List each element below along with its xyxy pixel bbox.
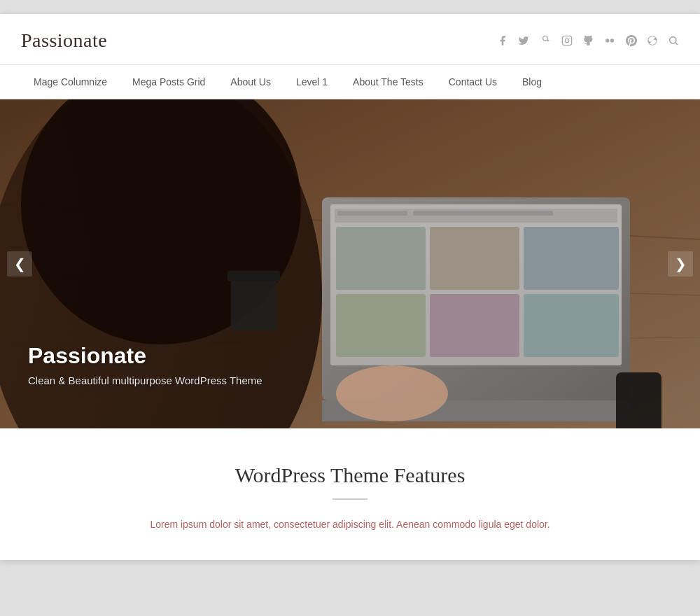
nav-item-blog[interactable]: Blog [510,65,554,99]
facebook-icon[interactable] [497,35,508,46]
page-wrapper: Passionate [0,14,700,560]
svg-line-6 [676,43,678,45]
site-header: Passionate [0,14,700,65]
site-title: Passionate [21,29,107,52]
features-title: WordPress Theme Features [21,463,679,487]
nav-list: Mage Columnize Mega Posts Grid About Us … [21,65,679,99]
nav-link-mage-columnize[interactable]: Mage Columnize [21,65,120,99]
svg-point-5 [670,37,676,43]
social-icons-bar [497,35,679,46]
slider-prev-button[interactable]: ❮ [7,251,32,276]
svg-rect-0 [562,36,571,45]
nav-link-mega-posts-grid[interactable]: Mega Posts Grid [120,65,218,99]
wordpress-icon[interactable] [647,35,658,46]
arrow-left-icon: ❮ [14,255,26,272]
nav-link-blog[interactable]: Blog [510,65,554,99]
features-divider [332,498,368,500]
hero-text-overlay: Passionate Clean & Beautiful multipurpos… [28,343,262,386]
hero-slider: Passionate Clean & Beautiful multipurpos… [0,99,700,428]
flickr-icon[interactable] [603,35,616,46]
pinterest-icon[interactable] [626,35,637,46]
nav-item-about-tests[interactable]: About The Tests [340,65,436,99]
slider-next-button[interactable]: ❯ [668,251,693,276]
search-icon[interactable] [668,35,679,46]
svg-point-3 [606,38,609,42]
arrow-right-icon: ❯ [675,255,687,272]
svg-point-4 [610,38,614,42]
svg-point-1 [565,38,568,42]
svg-point-29 [336,365,448,421]
instagram-icon[interactable] [561,35,573,46]
svg-point-2 [569,38,570,38]
main-nav: Mage Columnize Mega Posts Grid About Us … [0,65,700,99]
nav-link-about-tests[interactable]: About The Tests [340,65,436,99]
nav-link-contact-us[interactable]: Contact Us [436,65,510,99]
nav-item-mega-posts-grid[interactable]: Mega Posts Grid [120,65,218,99]
nav-item-about-us[interactable]: About Us [218,65,284,99]
nav-link-about-us[interactable]: About Us [218,65,284,99]
features-description: Lorem ipsum dolor sit amet, consectetuer… [133,517,567,532]
nav-item-contact-us[interactable]: Contact Us [436,65,510,99]
features-section: WordPress Theme Features Lorem ipsum dol… [0,428,700,560]
hero-subtitle: Clean & Beautiful multipurpose WordPress… [28,374,262,386]
nav-item-level1[interactable]: Level 1 [284,65,340,99]
nav-link-level1[interactable]: Level 1 [284,65,340,99]
google-plus-icon[interactable] [539,35,552,46]
github-icon[interactable] [582,35,594,46]
hero-main-title: Passionate [28,343,262,369]
twitter-icon[interactable] [518,35,529,46]
nav-item-mage-columnize[interactable]: Mage Columnize [21,65,120,99]
